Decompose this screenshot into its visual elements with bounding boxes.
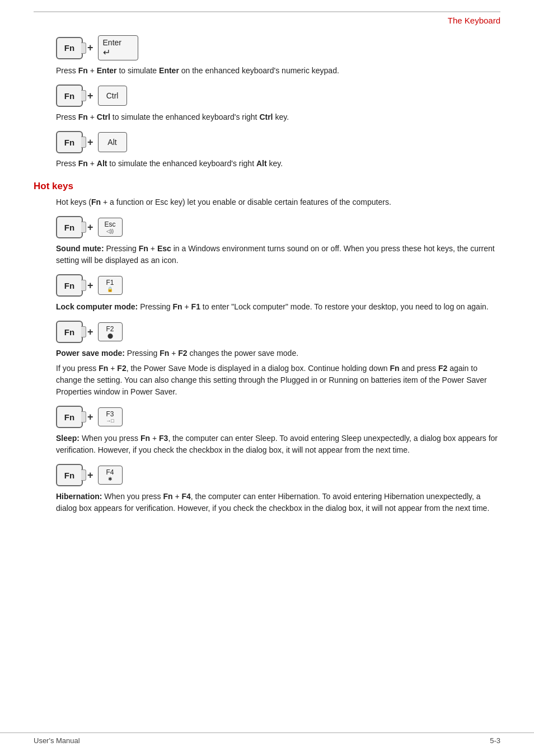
enter-label: Enter — [103, 38, 121, 47]
fn-key-5: Fn — [56, 274, 83, 297]
f4-key: F4 ✱ — [98, 466, 123, 485]
f4-sym: ✱ — [108, 476, 113, 482]
plus-2: + — [87, 90, 93, 102]
plus-6: + — [87, 326, 93, 338]
f3-sym: →□ — [106, 418, 114, 424]
key-combo-f2: Fn + F2 ⬤ — [56, 321, 500, 343]
fn-label-8: Fn — [64, 471, 74, 480]
f2-label: F2 — [106, 325, 114, 333]
esc-key: Esc ◁)) — [98, 218, 123, 237]
f3-label: F3 — [106, 410, 114, 418]
plus-1: + — [87, 42, 93, 54]
fn-label-3: Fn — [64, 138, 74, 147]
f3-key: F3 →□ — [98, 407, 123, 426]
power-save-desc2: If you press Fn + F2, the Power Save Mod… — [56, 363, 500, 398]
f2-sym: ⬤ — [107, 333, 113, 339]
ctrl-key: Ctrl — [98, 86, 127, 106]
footer-left: User's Manual — [34, 736, 80, 745]
ctrl-label: Ctrl — [106, 91, 119, 100]
hot-keys-intro: Hot keys (Fn + a function or Esc key) le… — [56, 196, 500, 208]
fn-label-5: Fn — [64, 281, 74, 290]
f1-label: F1 — [106, 279, 114, 287]
fn-key-1: Fn — [56, 37, 83, 59]
f2-key: F2 ⬤ — [98, 322, 123, 341]
key-combo-f4: Fn + F4 ✱ — [56, 464, 500, 486]
fn-label-4: Fn — [64, 223, 74, 232]
fn-key-7: Fn — [56, 406, 83, 428]
plus-3: + — [87, 137, 93, 148]
page-title: The Keyboard — [448, 16, 500, 25]
key-combo-f1: Fn + F1 🔒 — [56, 274, 500, 297]
fn-enter-desc: Press Fn + Enter to simulate Enter on th… — [56, 65, 500, 77]
f1-sym: 🔒 — [107, 287, 113, 292]
power-save-desc1: Power save mode: Pressing Fn + F2 change… — [56, 348, 500, 359]
key-combo-f3: Fn + F3 →□ — [56, 406, 500, 428]
key-combo-enter: Fn + Enter ↵ — [56, 35, 500, 60]
enter-arrow: ↵ — [103, 47, 110, 58]
alt-label: Alt — [107, 138, 116, 147]
lock-mode-desc: Lock computer mode: Pressing Fn + F1 to … — [56, 301, 500, 313]
fn-key-4: Fn — [56, 216, 83, 238]
sleep-desc: Sleep: When you press Fn + F3, the compu… — [56, 433, 500, 456]
fn-ctrl-desc: Press Fn + Ctrl to simulate the enhanced… — [56, 111, 500, 123]
fn-key-6: Fn — [56, 321, 83, 343]
esc-label: Esc — [105, 220, 116, 228]
esc-sym: ◁)) — [106, 228, 114, 234]
fn-alt-desc: Press Fn + Alt to simulate the enhanced … — [56, 158, 500, 170]
hibernation-desc: Hibernation: When you press Fn + F4, the… — [56, 491, 500, 514]
fn-label-2: Fn — [64, 91, 74, 101]
key-combo-alt: Fn + Alt — [56, 131, 500, 153]
f4-label: F4 — [106, 468, 114, 476]
page-footer: User's Manual 5-3 — [0, 732, 534, 745]
hot-keys-heading: Hot keys — [34, 181, 500, 192]
f1-key: F1 🔒 — [98, 276, 123, 295]
fn-label-1: Fn — [64, 43, 74, 53]
fn-label-7: Fn — [64, 412, 74, 422]
fn-key-8: Fn — [56, 464, 83, 486]
enter-key: Enter ↵ — [98, 35, 138, 60]
fn-label-6: Fn — [64, 327, 74, 337]
plus-4: + — [87, 222, 93, 233]
plus-5: + — [87, 280, 93, 292]
fn-key-2: Fn — [56, 84, 83, 107]
alt-key: Alt — [98, 132, 127, 152]
page-header: The Keyboard — [34, 11, 500, 25]
fn-key-3: Fn — [56, 131, 83, 153]
footer-right: 5-3 — [490, 736, 500, 745]
key-combo-ctrl: Fn + Ctrl — [56, 84, 500, 107]
plus-8: + — [87, 469, 93, 481]
sound-mute-desc: Sound mute: Pressing Fn + Esc in a Windo… — [56, 243, 500, 266]
plus-7: + — [87, 411, 93, 423]
key-combo-esc: Fn + Esc ◁)) — [56, 216, 500, 238]
